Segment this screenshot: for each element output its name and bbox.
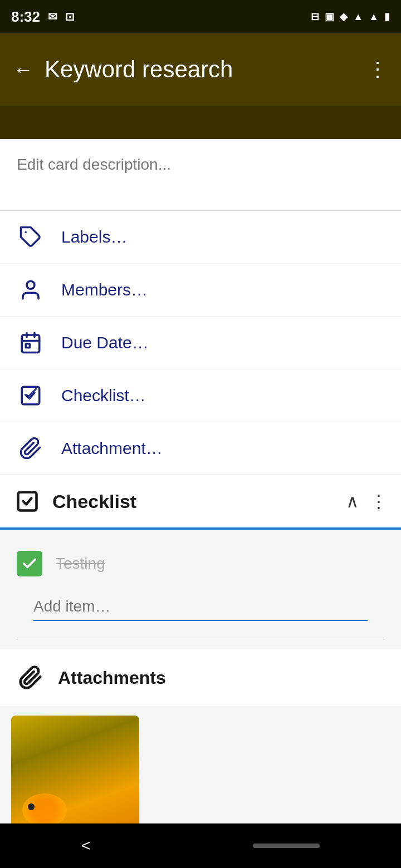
attachment-thumbnail[interactable] <box>11 716 139 832</box>
attachment-icon <box>17 435 45 462</box>
due-date-menu-item[interactable]: Due Date… <box>0 317 401 369</box>
toolbar: ← Keyword research ⋮ <box>0 33 401 106</box>
calendar-icon <box>17 329 45 357</box>
checklist-section-title: Checklist <box>52 491 335 512</box>
status-time: 8:32 <box>11 8 40 26</box>
person-icon <box>17 276 45 304</box>
checklist-more-button[interactable]: ⋮ <box>370 491 388 512</box>
description-area <box>0 139 401 211</box>
nav-home-indicator[interactable] <box>253 844 320 848</box>
checklist-item: Testing <box>17 541 384 586</box>
labels-label: Labels… <box>61 228 127 246</box>
header-bottom-bar <box>0 106 401 139</box>
mail-icon: ✉ <box>48 10 57 23</box>
checklist-section-header: Checklist ∧ ⋮ <box>0 475 401 530</box>
checklist-collapse-button[interactable]: ∧ <box>346 491 359 512</box>
checklist-section-actions: ∧ ⋮ <box>346 491 388 512</box>
thumbnail-decoration <box>22 793 67 827</box>
content: Labels… Members… <box>0 139 401 841</box>
status-bar-right: ⊟ ▣ ◆ ▲ ▲ ▮ <box>311 11 390 23</box>
members-menu-item[interactable]: Members… <box>0 264 401 317</box>
members-label: Members… <box>61 280 148 299</box>
cast-icon: ⊟ <box>311 11 319 23</box>
due-date-label: Due Date… <box>61 333 149 352</box>
svg-point-1 <box>27 281 35 289</box>
svg-rect-7 <box>22 387 40 405</box>
page-title: Keyword research <box>45 56 356 83</box>
labels-menu-item[interactable]: Labels… <box>0 211 401 264</box>
add-item-container <box>17 586 384 638</box>
checklist-menu-label: Checklist… <box>61 386 146 405</box>
svg-rect-6 <box>26 344 30 348</box>
vibrate-icon: ▣ <box>325 11 334 23</box>
label-icon <box>17 223 45 251</box>
attachments-body <box>0 707 401 841</box>
attachments-title: Attachments <box>58 668 166 688</box>
status-bar-left: 8:32 ✉ ⊡ <box>11 8 75 26</box>
signal-icon: ◆ <box>340 11 348 23</box>
attachment-menu-item[interactable]: Attachment… <box>0 422 401 475</box>
add-item-input[interactable] <box>33 598 368 621</box>
status-bar: 8:32 ✉ ⊡ ⊟ ▣ ◆ ▲ ▲ ▮ <box>0 0 401 33</box>
checklist-body: Testing <box>0 530 401 649</box>
checklist-item-text: Testing <box>56 555 105 573</box>
thumbnail-dot <box>28 803 35 810</box>
more-button[interactable]: ⋮ <box>368 58 388 81</box>
attachments-icon <box>17 664 45 692</box>
wifi-icon: ▲ <box>353 11 363 23</box>
checklist-menu-item[interactable]: Checklist… <box>0 369 401 422</box>
back-button[interactable]: ← <box>13 58 33 81</box>
checklist-section-icon <box>13 487 41 515</box>
network-icon: ▲ <box>369 11 379 23</box>
attachment-menu-label: Attachment… <box>61 439 163 458</box>
menu-list: Labels… Members… <box>0 211 401 475</box>
battery-icon: ▮ <box>384 11 390 23</box>
nav-bar: < <box>0 823 401 868</box>
camera-icon: ⊡ <box>65 10 75 23</box>
checklist-icon <box>17 382 45 410</box>
nav-back-button[interactable]: < <box>81 837 90 855</box>
description-input[interactable] <box>17 156 384 191</box>
svg-rect-2 <box>22 335 40 353</box>
attachments-header: Attachments <box>0 649 401 707</box>
checkbox-checked[interactable] <box>17 551 42 576</box>
